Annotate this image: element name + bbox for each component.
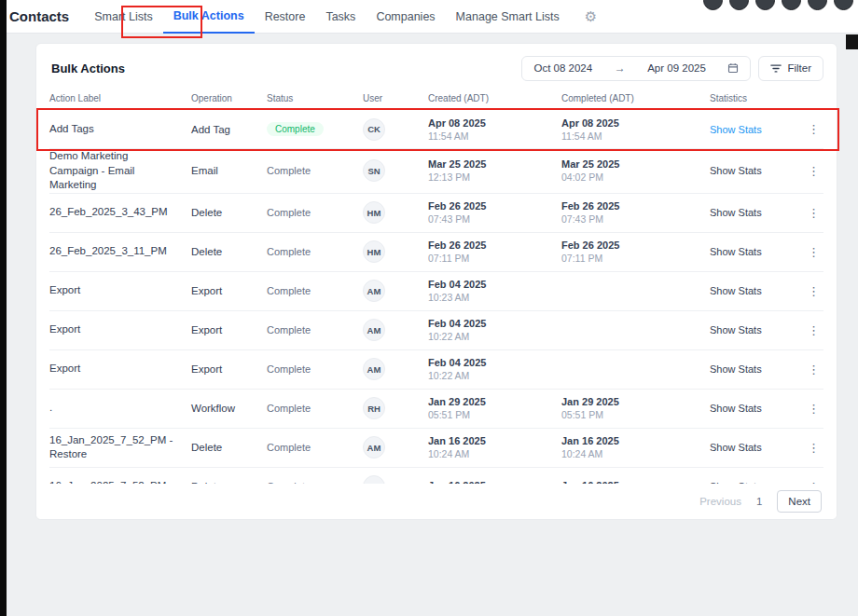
user-avatar: HM: [363, 240, 385, 263]
table-row: 16_Jan_2025_7_52_PMDeleteCompleteAMJan 1…: [49, 467, 823, 486]
completed-at: [561, 368, 710, 370]
avatar[interactable]: [782, 0, 801, 10]
user-cell: HM: [363, 240, 428, 263]
page-number[interactable]: 1: [756, 496, 762, 507]
created-date: Feb 26 2025: [428, 200, 554, 212]
show-stats-link[interactable]: Show Stats: [710, 324, 762, 335]
created-at: Feb 26 202507:11 PM: [428, 240, 561, 264]
row-menu-button[interactable]: ⋮: [808, 284, 823, 298]
completed-time: 10:24 AM: [561, 448, 702, 459]
completed-time: 07:43 PM: [561, 213, 702, 225]
row-menu-button[interactable]: ⋮: [808, 402, 823, 416]
row-menu-button[interactable]: ⋮: [808, 363, 823, 376]
row-menu-button[interactable]: ⋮: [808, 245, 823, 259]
user-cell: RH: [363, 397, 428, 419]
completed-date: Jan 16 2025: [561, 435, 702, 446]
completed-at: Mar 25 202504:02 PM: [561, 158, 710, 183]
created-at: Feb 04 202510:22 AM: [428, 318, 561, 342]
created-time: 07:11 PM: [428, 253, 554, 264]
status-cell: Complete: [267, 324, 363, 335]
table-row: 16_Jan_2025_7_52_PM - RestoreDeleteCompl…: [49, 428, 823, 467]
corner-artifact: [846, 34, 858, 49]
created-at: Jan 29 202505:51 PM: [428, 396, 561, 420]
pagination-bar: Previous 1 Next: [36, 484, 837, 519]
status-badge: Complete: [267, 122, 324, 136]
row-menu-button[interactable]: ⋮: [808, 441, 823, 455]
completed-time: 05:51 PM: [561, 409, 702, 420]
screen-edge-strip: [0, 0, 7, 616]
bulk-actions-table: Action LabelOperationStatusUserCreated (…: [36, 87, 837, 486]
row-menu-button[interactable]: ⋮: [808, 164, 823, 178]
show-stats-link[interactable]: Show Stats: [710, 442, 762, 453]
created-time: 12:13 PM: [428, 171, 554, 183]
show-stats-link[interactable]: Show Stats: [710, 124, 762, 135]
user-avatar: CK: [363, 118, 385, 141]
toolbar-controls: Oct 08 2024 → Apr 09 2025: [521, 56, 823, 81]
filter-button[interactable]: Filter: [758, 56, 823, 81]
action-label: 26_Feb_2025_3_43_PM: [49, 205, 191, 220]
date-from: Oct 08 2024: [533, 62, 592, 74]
tab-bulk-actions[interactable]: Bulk Actions: [163, 0, 255, 34]
show-stats-link[interactable]: Show Stats: [710, 403, 762, 414]
created-at: Feb 04 202510:22 AM: [428, 357, 561, 381]
action-label: Demo Marketing Campaign - Email Marketin…: [49, 149, 191, 193]
row-menu-button[interactable]: ⋮: [808, 122, 823, 136]
operation-label: Email: [191, 165, 267, 176]
show-stats-link[interactable]: Show Stats: [710, 285, 762, 296]
completed-at: [561, 329, 710, 331]
operation-label: Workflow: [191, 403, 267, 414]
date-range-picker[interactable]: Oct 08 2024 → Apr 09 2025: [521, 56, 751, 81]
created-date: Feb 04 2025: [428, 357, 554, 368]
created-time: 05:51 PM: [428, 409, 554, 420]
filter-button-label: Filter: [787, 62, 811, 74]
user-cell: CK: [363, 118, 428, 141]
action-label: 16_Jan_2025_7_52_PM - Restore: [49, 433, 191, 462]
tab-smart-lists[interactable]: Smart Lists: [84, 0, 163, 34]
tab-companies[interactable]: Companies: [366, 0, 445, 34]
action-label: Add Tags: [49, 122, 191, 137]
show-stats-link[interactable]: Show Stats: [710, 363, 762, 375]
calendar-icon: [727, 62, 739, 74]
settings-gear-icon[interactable]: ⚙: [585, 8, 597, 25]
created-time: 10:24 AM: [428, 448, 554, 459]
show-stats-link[interactable]: Show Stats: [710, 165, 762, 176]
avatar[interactable]: [755, 0, 775, 10]
user-cell: AM: [363, 319, 428, 341]
created-at: Jan 16 202510:24 AM: [428, 435, 561, 459]
created-date: Jan 16 2025: [428, 435, 554, 446]
avatar-group: [703, 0, 853, 10]
filter-funnel-icon: [770, 63, 782, 74]
user-avatar: AM: [363, 319, 385, 341]
card-title: Bulk Actions: [51, 62, 125, 75]
row-menu-button[interactable]: ⋮: [808, 323, 823, 337]
user-avatar: AM: [363, 358, 385, 380]
row-menu-button[interactable]: ⋮: [808, 206, 823, 220]
show-stats-link[interactable]: Show Stats: [710, 207, 762, 218]
user-cell: HM: [363, 201, 428, 224]
status-text: Complete: [267, 207, 311, 218]
table-row: .WorkflowCompleteRHJan 29 202505:51 PMJa…: [49, 389, 823, 428]
created-date: Jan 29 2025: [428, 396, 554, 407]
next-button[interactable]: Next: [777, 490, 822, 513]
table-row: 26_Feb_2025_3_11_PMDeleteCompleteHMFeb 2…: [49, 232, 823, 271]
tab-restore[interactable]: Restore: [255, 0, 316, 34]
previous-button[interactable]: Previous: [699, 496, 741, 507]
avatar[interactable]: [729, 0, 749, 10]
statistics-cell: Show Stats: [710, 363, 797, 375]
nav-tabs: Smart ListsBulk ActionsRestoreTasksCompa…: [84, 0, 570, 33]
user-cell: AM: [363, 358, 428, 380]
status-cell: Complete: [267, 442, 363, 453]
operation-label: Add Tag: [191, 124, 267, 135]
date-to: Apr 09 2025: [647, 62, 706, 74]
action-label: Export: [49, 362, 191, 376]
statistics-cell: Show Stats: [710, 165, 797, 176]
user-avatar: SN: [363, 159, 385, 182]
status-text: Complete: [267, 324, 311, 335]
avatar[interactable]: [703, 0, 723, 10]
user-avatar: RH: [363, 397, 385, 419]
show-stats-link[interactable]: Show Stats: [710, 246, 762, 257]
avatar[interactable]: [808, 0, 827, 10]
avatar[interactable]: [834, 0, 853, 10]
tab-manage-smart-lists[interactable]: Manage Smart Lists: [446, 0, 570, 34]
tab-tasks[interactable]: Tasks: [315, 0, 366, 34]
